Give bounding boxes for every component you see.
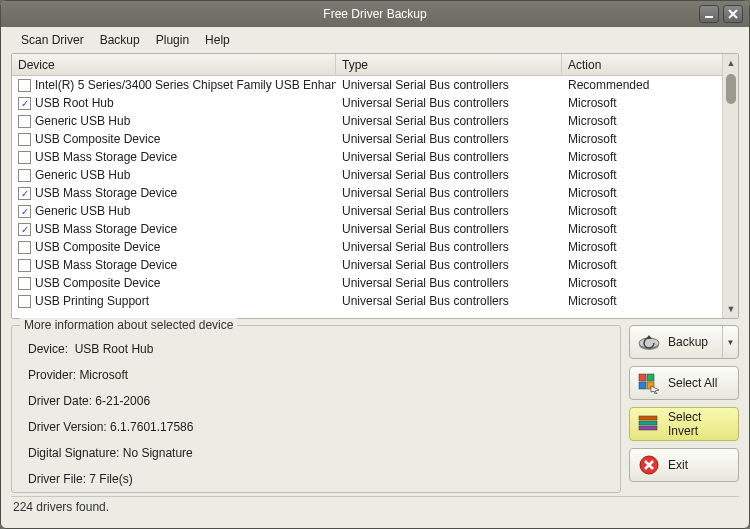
svg-rect-6 xyxy=(639,374,646,381)
row-action: Microsoft xyxy=(562,150,722,164)
select-all-icon xyxy=(636,371,662,395)
info-file: Driver File: 7 File(s) xyxy=(28,472,608,486)
svg-marker-10 xyxy=(651,386,659,394)
scroll-up-icon[interactable]: ▲ xyxy=(725,56,737,70)
row-checkbox[interactable]: ✓ xyxy=(18,97,31,110)
scroll-down-icon[interactable]: ▼ xyxy=(725,302,737,316)
menu-plugin[interactable]: Plugin xyxy=(150,30,195,50)
row-checkbox[interactable] xyxy=(18,259,31,272)
lower-panel: More information about selected device D… xyxy=(11,325,739,493)
svg-rect-7 xyxy=(647,374,654,381)
select-all-button[interactable]: Select All xyxy=(629,366,739,400)
svg-rect-13 xyxy=(639,426,657,430)
col-header-device[interactable]: Device xyxy=(12,54,336,75)
table-row[interactable]: Intel(R) 5 Series/3400 Series Chipset Fa… xyxy=(12,76,722,94)
row-action: Recommended xyxy=(562,78,722,92)
row-checkbox[interactable] xyxy=(18,115,31,128)
row-type: Universal Serial Bus controllers xyxy=(336,96,562,110)
table-row[interactable]: ✓USB Mass Storage DeviceUniversal Serial… xyxy=(12,220,722,238)
row-checkbox[interactable] xyxy=(18,169,31,182)
row-device: USB Composite Device xyxy=(35,132,160,146)
row-device: USB Mass Storage Device xyxy=(35,186,177,200)
row-device: USB Mass Storage Device xyxy=(35,150,177,164)
row-checkbox[interactable] xyxy=(18,79,31,92)
menu-backup[interactable]: Backup xyxy=(94,30,146,50)
row-type: Universal Serial Bus controllers xyxy=(336,168,562,182)
row-device: USB Mass Storage Device xyxy=(35,222,177,236)
row-type: Universal Serial Bus controllers xyxy=(336,258,562,272)
row-checkbox[interactable]: ✓ xyxy=(18,223,31,236)
table-row[interactable]: USB Mass Storage DeviceUniversal Serial … xyxy=(12,256,722,274)
selected-device-info: More information about selected device D… xyxy=(11,325,621,493)
row-device: USB Root Hub xyxy=(35,96,114,110)
table-row[interactable]: ✓Generic USB HubUniversal Serial Bus con… xyxy=(12,202,722,220)
row-action: Microsoft xyxy=(562,168,722,182)
menu-scan-driver[interactable]: Scan Driver xyxy=(15,30,90,50)
row-action: Microsoft xyxy=(562,132,722,146)
row-type: Universal Serial Bus controllers xyxy=(336,186,562,200)
col-header-action[interactable]: Action xyxy=(562,54,722,75)
close-icon xyxy=(728,9,738,19)
row-checkbox[interactable] xyxy=(18,277,31,290)
status-text: 224 drivers found. xyxy=(13,500,109,514)
row-checkbox[interactable] xyxy=(18,151,31,164)
table-row[interactable]: USB Mass Storage DeviceUniversal Serial … xyxy=(12,148,722,166)
action-buttons: Backup ▼ Select All Select Invert Exit xyxy=(629,325,739,493)
backup-button[interactable]: Backup ▼ xyxy=(629,325,739,359)
svg-marker-5 xyxy=(646,335,652,339)
row-type: Universal Serial Bus controllers xyxy=(336,150,562,164)
backup-label: Backup xyxy=(668,335,708,349)
table-row[interactable]: ✓USB Mass Storage DeviceUniversal Serial… xyxy=(12,184,722,202)
row-type: Universal Serial Bus controllers xyxy=(336,276,562,290)
backup-dropdown[interactable]: ▼ xyxy=(722,326,738,358)
info-legend: More information about selected device xyxy=(20,318,237,332)
exit-label: Exit xyxy=(668,458,688,472)
row-action: Microsoft xyxy=(562,222,722,236)
row-checkbox[interactable] xyxy=(18,241,31,254)
exit-button[interactable]: Exit xyxy=(629,448,739,482)
row-checkbox[interactable] xyxy=(18,133,31,146)
row-checkbox[interactable] xyxy=(18,295,31,308)
table-row[interactable]: ✓USB Root HubUniversal Serial Bus contro… xyxy=(12,94,722,112)
row-action: Microsoft xyxy=(562,276,722,290)
col-header-type[interactable]: Type xyxy=(336,54,562,75)
info-device: Device: USB Root Hub xyxy=(28,342,608,356)
row-type: Universal Serial Bus controllers xyxy=(336,114,562,128)
scrollbar[interactable]: ▲ ▼ xyxy=(722,54,738,318)
row-checkbox[interactable]: ✓ xyxy=(18,187,31,200)
row-device: USB Composite Device xyxy=(35,240,160,254)
info-signature: Digital Signature: No Signature xyxy=(28,446,608,460)
scroll-thumb[interactable] xyxy=(726,74,736,104)
table-row[interactable]: USB Composite DeviceUniversal Serial Bus… xyxy=(12,130,722,148)
row-device: USB Composite Device xyxy=(35,276,160,290)
info-provider: Provider: Microsoft xyxy=(28,368,608,382)
menubar: Scan Driver Backup Plugin Help xyxy=(1,27,749,53)
table-row[interactable]: USB Composite DeviceUniversal Serial Bus… xyxy=(12,274,722,292)
backup-icon xyxy=(636,330,662,354)
close-button[interactable] xyxy=(723,5,743,23)
table-row[interactable]: Generic USB HubUniversal Serial Bus cont… xyxy=(12,166,722,184)
row-checkbox[interactable]: ✓ xyxy=(18,205,31,218)
table-row[interactable]: Generic USB HubUniversal Serial Bus cont… xyxy=(12,112,722,130)
app-window: Free Driver Backup Scan Driver Backup Pl… xyxy=(0,0,750,529)
row-action: Microsoft xyxy=(562,204,722,218)
minimize-icon xyxy=(704,9,714,19)
table-row[interactable]: USB Printing SupportUniversal Serial Bus… xyxy=(12,292,722,310)
menu-help[interactable]: Help xyxy=(199,30,236,50)
info-version: Driver Version: 6.1.7601.17586 xyxy=(28,420,608,434)
row-device: Generic USB Hub xyxy=(35,114,130,128)
row-action: Microsoft xyxy=(562,258,722,272)
select-invert-button[interactable]: Select Invert xyxy=(629,407,739,441)
row-type: Universal Serial Bus controllers xyxy=(336,222,562,236)
svg-rect-0 xyxy=(705,16,713,18)
row-action: Microsoft xyxy=(562,114,722,128)
table-row[interactable]: USB Composite DeviceUniversal Serial Bus… xyxy=(12,238,722,256)
info-date: Driver Date: 6-21-2006 xyxy=(28,394,608,408)
titlebar: Free Driver Backup xyxy=(1,1,749,27)
minimize-button[interactable] xyxy=(699,5,719,23)
row-type: Universal Serial Bus controllers xyxy=(336,204,562,218)
select-all-label: Select All xyxy=(668,376,717,390)
row-action: Microsoft xyxy=(562,240,722,254)
status-bar: 224 drivers found. xyxy=(11,496,739,518)
row-device: Generic USB Hub xyxy=(35,204,130,218)
